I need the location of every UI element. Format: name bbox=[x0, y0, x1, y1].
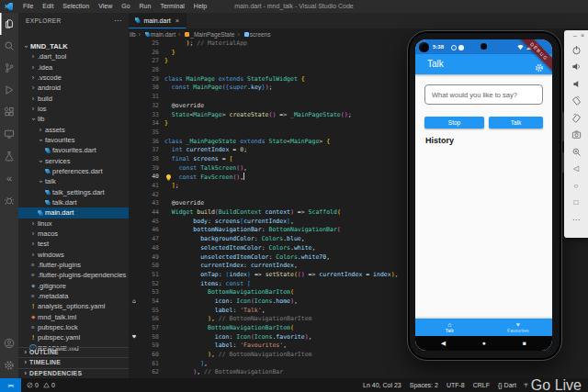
volume-up-icon[interactable] bbox=[564, 59, 588, 76]
run-and-debug-icon[interactable] bbox=[0, 79, 18, 101]
nav-item-favourites[interactable]: ♥Favourites bbox=[484, 319, 553, 336]
references-icon[interactable]: « bbox=[0, 167, 18, 189]
tree-item--dart-tool[interactable]: ›.dart_tool bbox=[18, 51, 129, 62]
title-bar: FileEditSelectionViewGoRunTerminalHelp m… bbox=[0, 0, 588, 13]
menu-view[interactable]: View bbox=[94, 0, 117, 13]
menu-go[interactable]: Go bbox=[117, 0, 134, 13]
remote-indicator[interactable]: >< bbox=[0, 378, 21, 392]
emu-back-icon[interactable]: ◁ bbox=[564, 161, 588, 178]
tree-item-talk[interactable]: ›talk bbox=[18, 176, 129, 186]
close-icon[interactable]: × bbox=[581, 32, 584, 41]
tree-item--flutter-plugins-dependencies[interactable]: ≡.flutter-plugins-dependencies bbox=[18, 270, 129, 280]
status-item--dart[interactable]: {} Dart bbox=[498, 382, 516, 388]
minimize-icon[interactable]: – bbox=[573, 32, 577, 41]
source-control-icon[interactable] bbox=[0, 57, 18, 79]
nav-item-talk[interactable]: ⌂Talk bbox=[415, 319, 484, 336]
gutter-spacer bbox=[129, 138, 140, 147]
more-actions-icon[interactable]: ⋯ bbox=[114, 17, 129, 25]
remote-explorer-icon[interactable] bbox=[0, 123, 18, 145]
code-text: ], bbox=[164, 360, 588, 369]
tree-item--gitignore[interactable]: ◆.gitignore bbox=[18, 281, 129, 291]
section-timeline[interactable]: ›TIMELINE bbox=[18, 357, 129, 367]
tree-item-mnd-talk[interactable]: ›MND_TALK bbox=[18, 41, 129, 51]
menu-file[interactable]: File bbox=[18, 0, 38, 13]
tree-item-linux[interactable]: ›linux bbox=[18, 218, 129, 229]
close-tab-icon[interactable]: × bbox=[175, 17, 179, 25]
gutter-spacer bbox=[129, 75, 140, 84]
menu-run[interactable]: Run bbox=[135, 0, 156, 13]
section-outline[interactable]: ›OUTLINE bbox=[18, 347, 129, 357]
home-icon[interactable]: ● bbox=[482, 341, 486, 347]
tree-item-lib[interactable]: ›lib bbox=[18, 114, 129, 124]
emu-overview-icon[interactable]: □ bbox=[564, 195, 588, 212]
talk-button[interactable]: Talk bbox=[489, 117, 543, 129]
tab-main-dart[interactable]: main.dart × bbox=[129, 13, 187, 28]
tree-item-mnd-talk-iml[interactable]: ◆mnd_talk.iml bbox=[18, 312, 129, 322]
tree-item-preferences-dart[interactable]: preferences.dart bbox=[18, 166, 129, 176]
menu-terminal[interactable]: Terminal bbox=[155, 0, 188, 13]
section-dependencies[interactable]: ›DEPENDENCIES bbox=[18, 368, 129, 378]
code-line-62[interactable]: 62 ), // BottomNavigationBar bbox=[129, 368, 588, 377]
rotate-right-icon[interactable] bbox=[564, 109, 588, 127]
tree-item-ios[interactable]: ›ios bbox=[18, 104, 129, 114]
overview-icon[interactable]: ■ bbox=[523, 341, 526, 347]
tree-item-services[interactable]: ›services bbox=[18, 156, 129, 166]
gutter-spacer bbox=[129, 199, 140, 208]
zoom-in-icon[interactable] bbox=[564, 143, 588, 161]
stop-button[interactable]: Stop bbox=[424, 117, 484, 129]
volume-down-icon[interactable] bbox=[564, 75, 588, 93]
testing-flask-icon[interactable] bbox=[0, 145, 18, 167]
gutter-spacer bbox=[129, 360, 140, 369]
breadcrumb-item[interactable]: main.dart bbox=[151, 31, 175, 38]
search-icon[interactable] bbox=[0, 35, 18, 57]
account-icon[interactable] bbox=[0, 332, 18, 354]
devtools-bug-icon[interactable] bbox=[0, 189, 18, 211]
tree-item-build[interactable]: ›build bbox=[18, 94, 129, 104]
tree-item-windows[interactable]: ›windows bbox=[18, 250, 129, 260]
tree-item-favourites[interactable]: ›favourites bbox=[18, 135, 129, 145]
tree-item-assets[interactable]: ›assets bbox=[18, 125, 129, 135]
tree-item-main-dart[interactable]: main.dart bbox=[18, 207, 129, 218]
tree-item-pubspec-lock[interactable]: ≡pubspec.lock bbox=[18, 322, 129, 332]
tree-item-favourites-dart[interactable]: favourites.dart bbox=[18, 145, 129, 155]
breadcrumb-item[interactable]: screens bbox=[250, 31, 271, 38]
dart-logo bbox=[45, 148, 51, 153]
rotate-left-icon[interactable] bbox=[564, 93, 588, 110]
tree-item--flutter-plugins[interactable]: ≡.flutter-plugins bbox=[18, 260, 129, 270]
go-live-button[interactable]: Go Live bbox=[523, 377, 582, 392]
tree-item-talk-dart[interactable]: talk.dart bbox=[18, 197, 129, 207]
status-item-utf-8[interactable]: UTF-8 bbox=[447, 382, 465, 388]
emu-more-icon[interactable]: ⋯ bbox=[564, 211, 588, 229]
screenshot-camera-icon[interactable] bbox=[564, 127, 588, 144]
emu-home-icon[interactable]: ○ bbox=[564, 177, 588, 195]
tree-item-pubspec-yaml[interactable]: !pubspec.yaml bbox=[18, 332, 129, 342]
line-number: 28 bbox=[140, 66, 164, 75]
extensions-icon[interactable] bbox=[0, 101, 18, 123]
back-icon[interactable]: ◀ bbox=[441, 341, 446, 347]
tree-item-macos[interactable]: ›macos bbox=[18, 229, 129, 239]
tree-item-analysis-options-yaml[interactable]: !analysis_options.yaml bbox=[18, 301, 129, 311]
speech-text-input[interactable] bbox=[424, 84, 543, 105]
explorer-icon[interactable] bbox=[0, 13, 18, 35]
tree-item-android[interactable]: ›android bbox=[18, 83, 129, 93]
problems-indicator[interactable]: 0 0 bbox=[27, 382, 55, 388]
tree-item--idea[interactable]: ›.idea bbox=[18, 62, 129, 73]
menu-help[interactable]: Help bbox=[189, 0, 211, 13]
power-icon[interactable] bbox=[564, 41, 588, 59]
tree-item-talk-settings-dart[interactable]: talk_settings.dart bbox=[18, 187, 129, 197]
app-settings-gear-icon[interactable] bbox=[535, 60, 544, 76]
tree-item--metadata[interactable]: ≡.metadata bbox=[18, 291, 129, 301]
status-item-ln-40-col-23[interactable]: Ln 40, Col 23 bbox=[363, 382, 401, 388]
status-item-spaces-2[interactable]: Spaces: 2 bbox=[410, 382, 438, 388]
tree-item-test[interactable]: ›test bbox=[18, 239, 129, 249]
status-item-crlf[interactable]: CRLF bbox=[473, 382, 490, 388]
chevron-right-icon: › bbox=[29, 51, 37, 62]
tree-item-label: talk bbox=[45, 176, 56, 186]
code-line-61[interactable]: 61 ], bbox=[129, 360, 588, 369]
settings-gear-icon[interactable] bbox=[0, 354, 18, 376]
menu-selection[interactable]: Selection bbox=[58, 0, 94, 13]
breadcrumb-item[interactable]: lib bbox=[130, 31, 136, 38]
tree-item--vscode[interactable]: ›.vscode bbox=[18, 73, 129, 83]
breadcrumb-item[interactable]: _MainPageState bbox=[190, 31, 234, 38]
menu-edit[interactable]: Edit bbox=[38, 0, 58, 13]
